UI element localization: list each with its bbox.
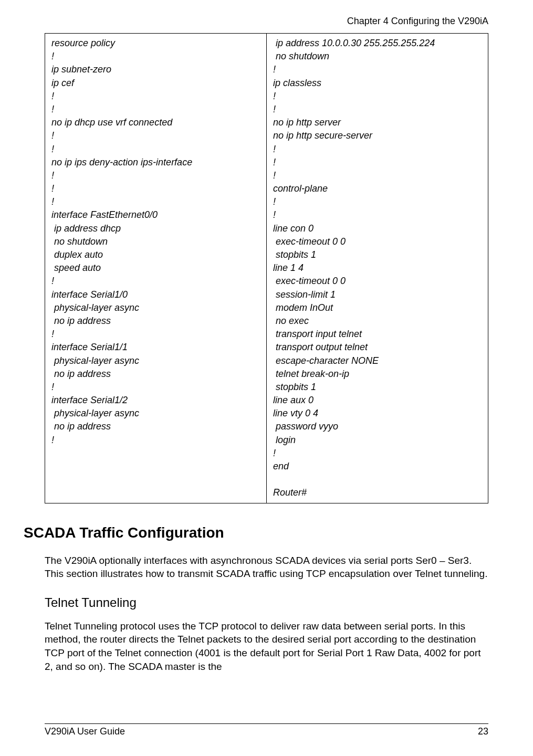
- config-left-cell: resource policy ! ip subnet-zero ip cef …: [45, 34, 267, 503]
- config-right-cell: ip address 10.0.0.30 255.255.255.224 no …: [267, 34, 488, 503]
- section-intro: The V290iA optionally interfaces with as…: [45, 554, 488, 581]
- footer-left: V290iA User Guide: [45, 726, 125, 737]
- subsection-body: Telnet Tunneling protocol uses the TCP p…: [45, 620, 488, 674]
- chapter-header: Chapter 4 Configuring the V290iA: [45, 16, 488, 27]
- footer-page-number: 23: [478, 726, 488, 737]
- page: Chapter 4 Configuring the V290iA resourc…: [0, 0, 533, 756]
- page-footer: V290iA User Guide 23: [45, 723, 488, 737]
- subsection-heading: Telnet Tunneling: [45, 595, 488, 610]
- config-table: resource policy ! ip subnet-zero ip cef …: [45, 33, 488, 503]
- section-heading: SCADA Traffic Configuration: [24, 524, 488, 541]
- config-row: resource policy ! ip subnet-zero ip cef …: [45, 34, 488, 503]
